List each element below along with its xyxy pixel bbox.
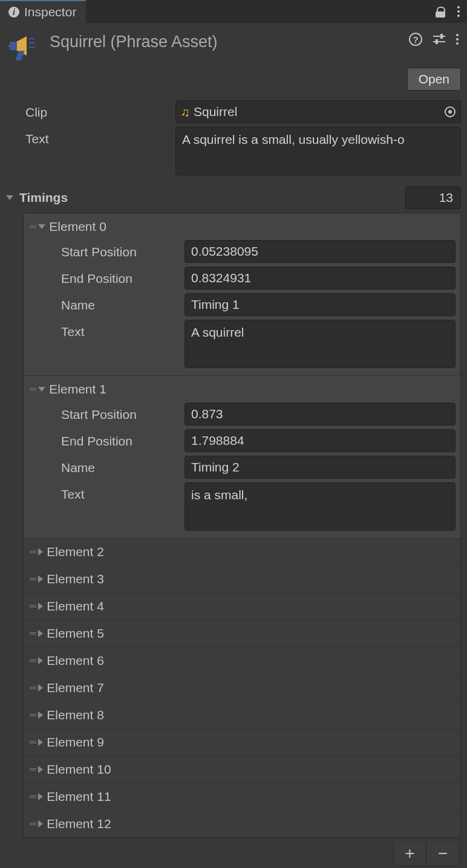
foldout-icon: [38, 766, 43, 773]
element-header[interactable]: ═Element 0: [24, 213, 460, 240]
text-field[interactable]: A squirrel: [185, 320, 456, 368]
element-header[interactable]: ═Element 9: [24, 729, 460, 756]
text-label: Text: [6, 127, 175, 151]
menu-icon[interactable]: [456, 34, 459, 45]
timings-count[interactable]: 13: [405, 186, 461, 209]
timings-label: Timings: [13, 190, 405, 205]
timings-element: ═Element 8: [24, 701, 460, 728]
foldout-icon: [38, 793, 43, 800]
drag-handle-icon[interactable]: ═: [30, 791, 34, 802]
name-field[interactable]: [185, 293, 456, 316]
audio-icon: ♫: [181, 105, 190, 119]
timings-header[interactable]: Timings 13: [6, 186, 461, 209]
drag-handle-icon[interactable]: ═: [30, 682, 34, 693]
foldout-icon: [38, 739, 43, 746]
clip-label: Clip: [6, 100, 175, 125]
foldout-icon: [38, 711, 43, 719]
foldout-icon: [38, 548, 43, 555]
object-picker-icon[interactable]: [445, 106, 456, 117]
text-field[interactable]: A squirrel is a small, usually yellowish…: [175, 127, 461, 175]
element-label: Element 1: [49, 382, 106, 397]
presets-icon[interactable]: [433, 34, 445, 45]
foldout-icon: [38, 224, 45, 229]
timings-list: ═Element 0Start PositionEnd PositionName…: [23, 213, 461, 838]
clip-field[interactable]: ♫ Squirrel: [175, 100, 461, 123]
tab-bar: i Inspector: [0, 0, 467, 23]
lock-icon[interactable]: [434, 5, 446, 18]
element-header[interactable]: ═Element 12: [24, 811, 460, 837]
timings-element: ═Element 0Start PositionEnd PositionName…: [24, 213, 460, 375]
menu-icon[interactable]: [457, 6, 460, 17]
foldout-icon: [6, 195, 13, 200]
start-position-field[interactable]: [185, 403, 456, 426]
remove-button[interactable]: −: [426, 841, 459, 866]
help-icon[interactable]: ?: [409, 33, 422, 46]
end-position-field[interactable]: [185, 267, 456, 290]
element-header[interactable]: ═Element 4: [24, 593, 460, 620]
drag-handle-icon[interactable]: ═: [30, 655, 34, 666]
tab-bar-right: [86, 0, 467, 23]
element-header[interactable]: ═Element 11: [24, 783, 460, 810]
element-label: Element 11: [47, 789, 111, 804]
asset-header: Squirrel (Phrase Asset) ?: [0, 23, 467, 68]
element-label: Element 8: [47, 708, 104, 722]
element-header[interactable]: ═Element 10: [24, 756, 460, 783]
timings-element: ═Element 2: [24, 538, 460, 565]
start-position-field[interactable]: [185, 240, 456, 263]
foldout-icon: [38, 684, 43, 691]
element-label: Element 10: [47, 762, 111, 777]
drag-handle-icon[interactable]: ═: [30, 628, 34, 639]
element-header[interactable]: ═Element 1: [24, 376, 460, 403]
element-label: Element 6: [47, 653, 104, 668]
element-label: Element 3: [47, 572, 104, 586]
element-label: Element 4: [47, 599, 104, 614]
text-field[interactable]: is a small,: [185, 482, 456, 531]
tab-inspector[interactable]: i Inspector: [0, 0, 86, 23]
element-header[interactable]: ═Element 2: [24, 539, 460, 565]
foldout-icon: [38, 657, 43, 664]
foldout-icon: [38, 603, 43, 610]
timings-element: ═Element 11: [24, 783, 460, 810]
drag-handle-icon[interactable]: ═: [30, 574, 34, 585]
element-label: Element 5: [47, 626, 104, 641]
element-body: Start PositionEnd PositionNameTextA squi…: [24, 240, 460, 375]
timings-element: ═Element 12: [24, 810, 460, 837]
drag-handle-icon[interactable]: ═: [30, 384, 34, 395]
timings-element: ═Element 10: [24, 756, 460, 783]
element-header[interactable]: ═Element 8: [24, 702, 460, 728]
clip-value: Squirrel: [194, 105, 445, 119]
element-header[interactable]: ═Element 7: [24, 675, 460, 701]
drag-handle-icon[interactable]: ═: [30, 710, 34, 721]
element-label: Element 12: [47, 817, 111, 831]
add-button[interactable]: +: [394, 841, 426, 866]
timings-element: ═Element 1Start PositionEnd PositionName…: [24, 375, 460, 538]
asset-title: Squirrel (Phrase Asset): [50, 30, 218, 51]
drag-handle-icon[interactable]: ═: [30, 601, 34, 612]
info-icon: i: [8, 7, 19, 18]
element-label: Element 2: [47, 545, 104, 559]
element-label: Element 9: [47, 735, 104, 750]
element-body: Start PositionEnd PositionNameTextis a s…: [24, 403, 460, 538]
element-header[interactable]: ═Element 3: [24, 566, 460, 592]
name-field[interactable]: [185, 456, 456, 479]
drag-handle-icon[interactable]: ═: [30, 764, 34, 775]
drag-handle-icon[interactable]: ═: [30, 221, 34, 232]
timings-element: ═Element 6: [24, 647, 460, 674]
foldout-icon: [38, 387, 45, 392]
tab-label: Inspector: [24, 5, 76, 19]
start-position-label: Start Position: [28, 403, 185, 427]
end-position-field[interactable]: [185, 429, 456, 452]
foldout-icon: [38, 820, 43, 828]
drag-handle-icon[interactable]: ═: [30, 737, 34, 748]
drag-handle-icon[interactable]: ═: [30, 546, 34, 557]
timings-element: ═Element 5: [24, 620, 460, 647]
element-header[interactable]: ═Element 6: [24, 647, 460, 674]
open-button[interactable]: Open: [407, 68, 461, 91]
list-size-buttons: + −: [393, 841, 460, 866]
end-position-label: End Position: [28, 267, 185, 291]
drag-handle-icon[interactable]: ═: [30, 818, 34, 829]
element-label: Element 7: [47, 681, 104, 695]
text-label: Text: [28, 320, 185, 344]
element-header[interactable]: ═Element 5: [24, 620, 460, 647]
start-position-label: Start Position: [28, 240, 185, 264]
